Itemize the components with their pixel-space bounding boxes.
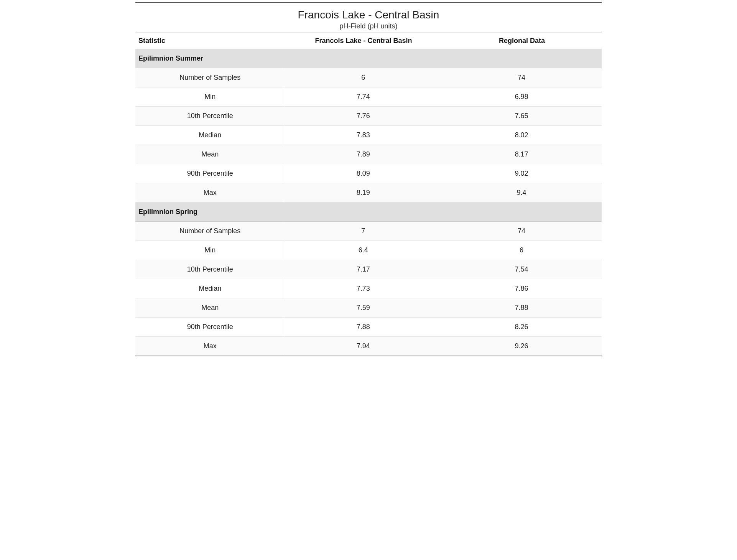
table-row: Min7.746.98	[135, 87, 602, 107]
regional-value: 9.26	[441, 337, 602, 356]
site-value: 7.73	[285, 279, 441, 298]
table-row: 90th Percentile8.099.02	[135, 164, 602, 183]
site-value: 7.94	[285, 337, 441, 356]
report-page: Francois Lake - Central Basin pH-Field (…	[135, 2, 602, 356]
table-row: Max7.949.26	[135, 337, 602, 356]
table-row: Max8.199.4	[135, 183, 602, 203]
site-value: 7.83	[285, 126, 441, 145]
regional-value: 7.88	[441, 298, 602, 318]
section-title: Epilimnion Spring	[135, 203, 602, 222]
regional-value: 74	[441, 222, 602, 241]
regional-value: 8.17	[441, 145, 602, 164]
stat-label: Mean	[135, 145, 285, 164]
stat-label: Number of Samples	[135, 68, 285, 87]
regional-value: 9.02	[441, 164, 602, 183]
table-row: Min6.46	[135, 241, 602, 260]
site-value: 7	[285, 222, 441, 241]
regional-value: 7.65	[441, 107, 602, 126]
col-statistic: Statistic	[135, 33, 285, 49]
table-header-row: Statistic Francois Lake - Central Basin …	[135, 33, 602, 49]
stat-label: Min	[135, 241, 285, 260]
site-value: 7.17	[285, 260, 441, 279]
regional-value: 74	[441, 68, 602, 87]
col-regional: Regional Data	[441, 33, 602, 49]
title-block: Francois Lake - Central Basin pH-Field (…	[135, 4, 602, 33]
regional-value: 6	[441, 241, 602, 260]
section-title: Epilimnion Summer	[135, 49, 602, 68]
stats-table: Statistic Francois Lake - Central Basin …	[135, 33, 602, 356]
site-value: 7.76	[285, 107, 441, 126]
table-row: 10th Percentile7.177.54	[135, 260, 602, 279]
site-value: 7.74	[285, 87, 441, 107]
stat-label: Max	[135, 183, 285, 203]
col-site: Francois Lake - Central Basin	[285, 33, 441, 49]
page-subtitle: pH-Field (pH units)	[135, 22, 602, 30]
stat-label: Mean	[135, 298, 285, 318]
stat-label: Median	[135, 126, 285, 145]
table-row: 90th Percentile7.888.26	[135, 318, 602, 337]
site-value: 7.89	[285, 145, 441, 164]
page-title: Francois Lake - Central Basin	[135, 8, 602, 21]
table-row: Mean7.597.88	[135, 298, 602, 318]
site-value: 6.4	[285, 241, 441, 260]
table-row: Median7.838.02	[135, 126, 602, 145]
section-header: Epilimnion Summer	[135, 49, 602, 68]
stat-label: 10th Percentile	[135, 107, 285, 126]
site-value: 8.19	[285, 183, 441, 203]
site-value: 7.88	[285, 318, 441, 337]
regional-value: 6.98	[441, 87, 602, 107]
regional-value: 8.02	[441, 126, 602, 145]
section-header: Epilimnion Spring	[135, 203, 602, 222]
table-row: Mean7.898.17	[135, 145, 602, 164]
regional-value: 8.26	[441, 318, 602, 337]
stat-label: Median	[135, 279, 285, 298]
table-row: Number of Samples674	[135, 68, 602, 87]
stat-label: 10th Percentile	[135, 260, 285, 279]
table-row: Number of Samples774	[135, 222, 602, 241]
regional-value: 9.4	[441, 183, 602, 203]
regional-value: 7.54	[441, 260, 602, 279]
stat-label: Min	[135, 87, 285, 107]
site-value: 7.59	[285, 298, 441, 318]
regional-value: 7.86	[441, 279, 602, 298]
table-row: 10th Percentile7.767.65	[135, 107, 602, 126]
stat-label: 90th Percentile	[135, 318, 285, 337]
stat-label: 90th Percentile	[135, 164, 285, 183]
stat-label: Max	[135, 337, 285, 356]
stat-label: Number of Samples	[135, 222, 285, 241]
site-value: 8.09	[285, 164, 441, 183]
site-value: 6	[285, 68, 441, 87]
table-row: Median7.737.86	[135, 279, 602, 298]
